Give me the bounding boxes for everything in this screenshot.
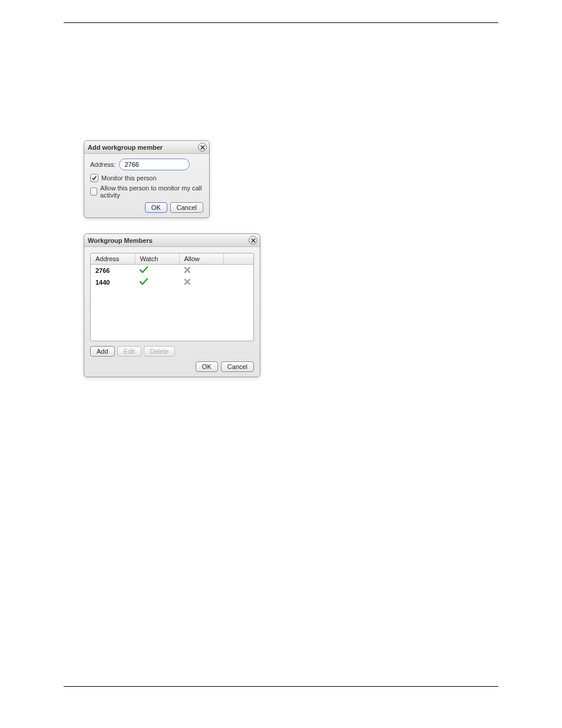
monitor-checkbox[interactable] (90, 174, 98, 182)
col-spacer (223, 253, 253, 265)
cell-spacer (223, 265, 253, 277)
table-row[interactable]: 1440 (91, 276, 253, 288)
cell-address: 2766 (91, 265, 135, 277)
delete-button[interactable]: Delete (144, 346, 176, 357)
page-divider-bottom (64, 686, 498, 687)
col-watch[interactable]: Watch (135, 253, 179, 265)
x-icon (184, 266, 191, 275)
members-table: Address Watch Allow 27661440 (91, 253, 253, 288)
allow-checkbox-row[interactable]: Allow this person to monitor my call act… (90, 185, 203, 199)
check-icon (140, 278, 148, 286)
monitor-checkbox-row[interactable]: Monitor this person (90, 174, 203, 182)
table-row[interactable]: 2766 (91, 265, 253, 277)
allow-checkbox[interactable] (90, 187, 97, 196)
cell-watch (135, 276, 179, 288)
address-input[interactable] (119, 159, 190, 170)
cell-address: 1440 (91, 276, 135, 288)
edit-button[interactable]: Edit (117, 346, 141, 357)
cell-allow (179, 276, 223, 288)
page-divider-top (64, 22, 498, 23)
col-allow[interactable]: Allow (179, 253, 223, 265)
check-icon (140, 266, 148, 275)
close-icon[interactable] (249, 236, 257, 245)
table-header-row: Address Watch Allow (91, 253, 253, 265)
x-icon (184, 278, 191, 286)
dialog-body: Address: Monitor this person Allow this … (84, 154, 209, 218)
cancel-button[interactable]: Cancel (170, 202, 203, 213)
dialog-titlebar[interactable]: Add workgroup member (84, 141, 209, 154)
cancel-button[interactable]: Cancel (221, 361, 254, 372)
cell-watch (135, 265, 179, 277)
col-address[interactable]: Address (91, 253, 135, 265)
dialog-body: Address Watch Allow 27661440 Add Edit De… (84, 247, 260, 377)
cell-allow (179, 265, 223, 277)
ok-button[interactable]: OK (145, 202, 167, 213)
close-icon[interactable] (198, 143, 207, 151)
address-label: Address: (90, 161, 115, 168)
dialog-titlebar[interactable]: Workgroup Members (84, 234, 260, 247)
allow-label: Allow this person to monitor my call act… (100, 185, 203, 199)
workgroup-members-dialog: Workgroup Members Address Watch Allow 27… (84, 233, 260, 377)
add-workgroup-member-dialog: Add workgroup member Address: Monitor th… (84, 140, 210, 218)
members-table-wrap: Address Watch Allow 27661440 (90, 253, 254, 341)
dialog-title: Add workgroup member (88, 144, 163, 151)
monitor-label: Monitor this person (101, 174, 157, 182)
dialog-title: Workgroup Members (88, 237, 153, 244)
add-button[interactable]: Add (90, 346, 115, 357)
cell-spacer (223, 276, 253, 288)
ok-button[interactable]: OK (196, 361, 218, 372)
